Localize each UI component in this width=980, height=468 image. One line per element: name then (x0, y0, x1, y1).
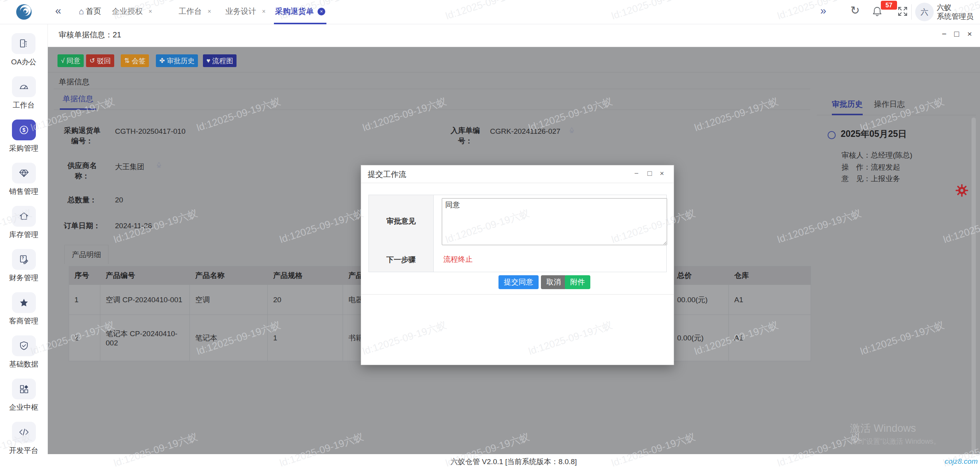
windows-activation-line2: 转到“设置”以激活 Windows。 (850, 437, 940, 446)
modal-close-icon[interactable]: × (660, 169, 664, 178)
field-label-supplier: 供应商名 称： (61, 160, 104, 181)
timeline-reviewer: 审核人：总经理(陈总) (841, 150, 912, 160)
top-bar: « ⌂ 首页 企业授权 × 工作台 × 业务设计 × 采购退货单 × » ↻ 5… (0, 0, 980, 24)
field-value-total-qty: 20 (115, 196, 123, 204)
tab-label: 业务设计 (225, 6, 256, 17)
sidebar-item-purchase[interactable]: $ 采购管理 (9, 120, 39, 153)
refresh-icon[interactable]: ↻ (850, 4, 860, 17)
dashboard-icon (12, 76, 36, 97)
approve-button[interactable]: √同意 (57, 54, 84, 67)
cell: 20 (268, 285, 343, 315)
scrollbar[interactable] (972, 118, 976, 454)
site-link[interactable]: cojz8.com (945, 457, 978, 466)
section-title: 单据信息 (59, 77, 90, 87)
app-version: 六蚁仓管 V2.0.1 [当前系统版本：8.0.8] (47, 457, 980, 467)
sidebar-item-label: 工作台 (13, 100, 35, 110)
window-title: 审核单据信息：21 (59, 30, 121, 40)
tab-home-label: 首页 (86, 6, 101, 17)
divider (911, 4, 912, 20)
cell: 2 (69, 315, 100, 361)
window-maximize-icon[interactable]: □ (954, 29, 959, 39)
sidebar-item-inventory[interactable]: 库存管理 (9, 206, 39, 240)
tab-label: 工作台 (179, 6, 202, 17)
office-icon (12, 33, 35, 54)
close-tab-badge-icon[interactable]: × (318, 8, 325, 15)
tab-approval-history[interactable]: 审批历史 (832, 94, 863, 115)
sidebar-item-workbench[interactable]: 工作台 (12, 76, 36, 110)
sidebar-item-sales[interactable]: 销售管理 (9, 163, 39, 197)
heart-icon: ♥ (206, 57, 210, 65)
close-tab-icon[interactable]: × (208, 8, 211, 15)
timeline-date: 2025年05月25日 (841, 128, 907, 140)
expand-menu-icon[interactable]: » (820, 5, 826, 17)
field-label-return-no: 采购退货单 编号： (61, 125, 104, 146)
divider (47, 72, 980, 72)
modal-title-bar: 提交工作流 − □ × (361, 165, 674, 183)
seal-icon[interactable] (568, 126, 576, 134)
field-value-supplier: 大王集团 (115, 162, 144, 172)
tab-product-detail[interactable]: 产品明细 (64, 245, 108, 264)
submit-agree-button[interactable]: 提交同意 (498, 275, 539, 289)
tab-label: 采购退货单 (275, 6, 314, 17)
svg-text:$: $ (22, 127, 25, 133)
approval-history-button[interactable]: ✤审批历史 (156, 54, 198, 67)
tab-document-info[interactable]: 单据信息 (60, 89, 96, 110)
fullscreen-icon[interactable] (897, 6, 908, 17)
field-label-total-qty: 总数量： (61, 195, 104, 205)
close-tab-icon[interactable]: × (262, 8, 265, 15)
cell: 笔记本 (190, 315, 268, 361)
close-tab-icon[interactable]: × (149, 8, 152, 15)
sidebar: OA办公 工作台 $ 采购管理 销售管理 库存管理 ? 财务管理 客商管理 (0, 24, 48, 468)
reject-button[interactable]: ↺驳回 (86, 54, 114, 67)
tab-operation-log[interactable]: 操作日志 (874, 94, 905, 114)
cell: 1 (268, 315, 343, 361)
col-header: 产品编号 (100, 266, 190, 285)
avatar[interactable]: 六 (915, 3, 934, 21)
sidebar-item-basedata[interactable]: 基础数据 (9, 335, 39, 369)
countersign-button[interactable]: ⇅会签 (121, 54, 149, 67)
sidebar-item-finance[interactable]: ? 财务管理 (9, 249, 39, 283)
seal-icon[interactable] (155, 161, 163, 169)
settings-gear-icon[interactable] (955, 183, 969, 197)
modal-title: 提交工作流 (368, 169, 406, 180)
diamond-icon (12, 163, 36, 183)
cell: 00.00(元) (672, 285, 729, 315)
sidebar-item-customers[interactable]: 客商管理 (9, 292, 39, 326)
home-icon: ⌂ (79, 7, 84, 17)
collapse-menu-icon[interactable]: « (55, 5, 61, 17)
modal-maximize-icon[interactable]: □ (647, 169, 652, 178)
tab-purchase-return-active[interactable]: 采购退货单 × (274, 0, 326, 24)
tab-home[interactable]: ⌂ 首页 (79, 6, 101, 17)
tab-label: 企业授权 (112, 6, 143, 17)
attachment-button[interactable]: 附件 (565, 275, 590, 289)
sidebar-item-devplatform[interactable]: 开发平台 (9, 422, 39, 456)
notification-count-badge: 57 (881, 1, 897, 10)
sidebar-item-label: 基础数据 (9, 359, 39, 369)
field-value-inbound-no: CGRK-20241126-027 (490, 127, 560, 136)
window-close-icon[interactable]: × (967, 29, 972, 39)
modal-minimize-icon[interactable]: − (634, 169, 639, 178)
flowchart-button[interactable]: ♥流程图 (203, 54, 237, 67)
app-logo-icon (12, 3, 36, 21)
cell: 笔记本 CP-20240410-002 (100, 315, 190, 361)
timeline-dot (828, 131, 836, 139)
windows-activation-watermark: 激活 Windows 转到“设置”以激活 Windows。 (850, 421, 940, 446)
tab-enterprise-auth[interactable]: 企业授权 × (112, 6, 152, 17)
sidebar-item-label: 企业中枢 (9, 402, 39, 412)
sidebar-item-label: OA办公 (11, 57, 36, 67)
sidebar-item-label: 开发平台 (9, 446, 39, 456)
approval-opinion-textarea[interactable]: 同意 (442, 198, 667, 245)
user-info[interactable]: 六蚁 系统管理员 (937, 3, 973, 21)
opinion-label: 审批意见 (369, 195, 434, 248)
sidebar-item-label: 库存管理 (9, 230, 39, 240)
tab-workbench[interactable]: 工作台 × (179, 6, 211, 17)
cancel-button[interactable]: 取消 (541, 275, 566, 289)
sidebar-item-oa[interactable]: OA办公 (11, 33, 36, 67)
sidebar-item-label: 客商管理 (9, 316, 39, 326)
footer: 六蚁仓管 V2.0.1 [当前系统版本：8.0.8] cojz8.com (47, 454, 980, 468)
sidebar-item-hub[interactable]: 企业中枢 (9, 379, 39, 412)
window-title-bar: 审核单据信息：21 − □ × (47, 24, 980, 47)
window-minimize-icon[interactable]: − (942, 29, 946, 39)
tab-business-design[interactable]: 业务设计 × (225, 6, 265, 17)
user-name: 六蚁 (937, 3, 973, 12)
